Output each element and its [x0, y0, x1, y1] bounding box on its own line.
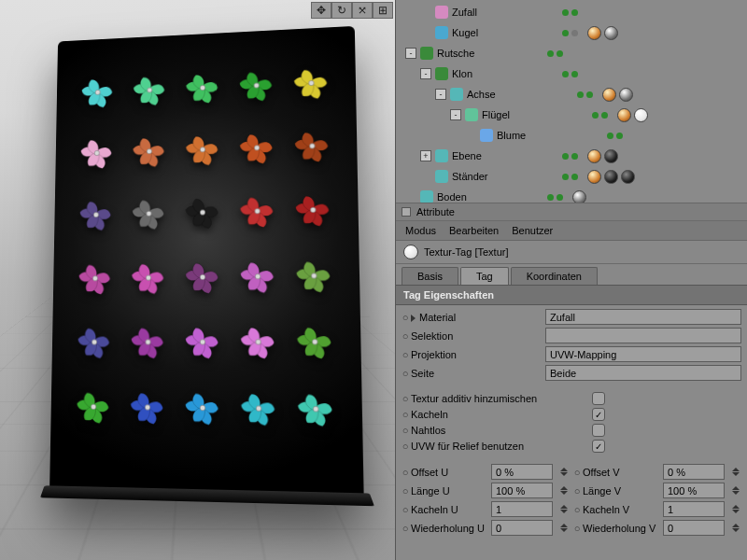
field-projektion[interactable]: UVW-Mapping: [545, 346, 741, 362]
field-seite[interactable]: Beide: [545, 365, 741, 381]
propeller: [123, 247, 174, 308]
tree-row[interactable]: -Flügel: [396, 105, 747, 125]
tree-row[interactable]: Ständer: [396, 166, 747, 187]
chk-nahtlos[interactable]: [592, 424, 605, 437]
svg-point-29: [313, 407, 318, 413]
material-tag-icon[interactable]: [587, 149, 601, 163]
num-wiederholung-v[interactable]: 0: [663, 520, 725, 536]
tree-row[interactable]: Blume: [396, 125, 747, 146]
tree-row[interactable]: -Rutsche: [396, 43, 747, 63]
material-tag-icon[interactable]: [572, 190, 586, 204]
num-kacheln-v[interactable]: 1: [663, 501, 725, 517]
spinner-icon[interactable]: [558, 468, 570, 476]
attribute-title: Attribute: [416, 206, 455, 217]
num-offset-u[interactable]: 0 %: [491, 464, 553, 480]
material-tag-icon[interactable]: [587, 26, 601, 40]
visibility-dots[interactable]: [562, 153, 578, 160]
propeller: [72, 185, 121, 245]
expander-icon[interactable]: -: [435, 89, 446, 100]
object-name[interactable]: Kugel: [452, 27, 555, 38]
material-tag-icon[interactable]: [617, 108, 631, 122]
num-laenge-v[interactable]: 100 %: [663, 483, 725, 498]
object-name[interactable]: Achse: [467, 89, 570, 100]
propeller: [287, 179, 340, 242]
num-kacheln-u[interactable]: 1: [491, 501, 553, 517]
visibility-dots[interactable]: [562, 71, 578, 77]
object-name[interactable]: Zufall: [452, 7, 555, 18]
viewport-rotate-icon[interactable]: ↻: [331, 2, 352, 19]
propeller: [177, 311, 229, 373]
spinner-icon[interactable]: [558, 505, 570, 513]
expander-icon[interactable]: +: [420, 150, 431, 161]
propeller: [177, 182, 228, 243]
spinner-icon[interactable]: [730, 468, 741, 476]
object-name[interactable]: Boden: [437, 191, 540, 203]
num-offset-v[interactable]: 0 %: [663, 464, 725, 480]
tab-koordinaten[interactable]: Koordinaten: [511, 267, 598, 285]
object-manager[interactable]: ZufallKugel-Rutsche-Klon-Achse-FlügelBlu…: [396, 0, 747, 203]
propeller: [177, 57, 227, 118]
viewport-3d[interactable]: ✥ ↻ ⤧ ⊞: [0, 0, 396, 560]
spinner-icon[interactable]: [730, 486, 741, 495]
viewport-layout-icon[interactable]: ⊞: [373, 2, 393, 19]
expander-icon[interactable]: -: [420, 68, 431, 79]
num-wiederholung-u[interactable]: 0: [491, 520, 553, 536]
tree-row[interactable]: Boden: [396, 187, 747, 203]
visibility-dots[interactable]: [607, 133, 623, 139]
expander-icon[interactable]: -: [450, 109, 461, 120]
tree-row[interactable]: -Klon: [396, 63, 747, 84]
propeller: [177, 246, 229, 308]
svg-point-9: [309, 144, 315, 149]
material-tag-icon[interactable]: [602, 88, 616, 102]
visibility-dots[interactable]: [562, 9, 578, 16]
visibility-dots[interactable]: [562, 30, 578, 36]
field-selektion[interactable]: [545, 328, 741, 343]
material-tag-icon[interactable]: [604, 170, 618, 184]
chk-uvw[interactable]: ✓: [592, 440, 605, 453]
visibility-dots[interactable]: [577, 91, 593, 98]
object-icon: [435, 6, 448, 19]
expander-icon[interactable]: -: [405, 48, 416, 59]
propeller: [176, 377, 228, 441]
material-tag-icon[interactable]: [604, 26, 618, 40]
visibility-dots[interactable]: [547, 194, 563, 201]
material-tag-icon[interactable]: [621, 170, 635, 184]
object-name[interactable]: Klon: [452, 68, 555, 79]
object-name[interactable]: Ebene: [452, 150, 555, 161]
tree-row[interactable]: +Ebene: [396, 146, 747, 166]
svg-point-26: [145, 405, 150, 411]
svg-point-3: [254, 82, 259, 88]
object-name[interactable]: Rutsche: [437, 48, 540, 59]
menu-modus[interactable]: Modus: [405, 225, 436, 236]
num-laenge-u[interactable]: 100 %: [491, 483, 553, 498]
object-name[interactable]: Ständer: [452, 171, 555, 182]
tab-tag[interactable]: Tag: [460, 267, 509, 285]
object-name[interactable]: Blume: [497, 130, 599, 141]
object-name[interactable]: Flügel: [482, 109, 585, 120]
material-tag-icon[interactable]: [634, 108, 648, 122]
material-tag-icon[interactable]: [604, 149, 618, 163]
visibility-dots[interactable]: [562, 174, 578, 180]
spinner-icon[interactable]: [558, 524, 570, 532]
viewport-zoom-icon[interactable]: ⤧: [352, 2, 373, 19]
attribute-toggle-icon[interactable]: [402, 207, 411, 217]
menu-bearbeiten[interactable]: Bearbeiten: [449, 225, 499, 236]
chk-kacheln[interactable]: ✓: [592, 408, 605, 421]
tree-row[interactable]: Kugel: [396, 22, 747, 43]
chk-additiv[interactable]: [592, 392, 605, 405]
spinner-icon[interactable]: [730, 505, 741, 513]
viewport-move-icon[interactable]: ✥: [311, 2, 331, 19]
spinner-icon[interactable]: [558, 486, 570, 495]
visibility-dots[interactable]: [547, 50, 563, 57]
material-tag-icon[interactable]: [619, 88, 633, 102]
tree-row[interactable]: -Achse: [396, 84, 747, 105]
field-material[interactable]: Zufall: [545, 309, 741, 325]
svg-point-15: [93, 275, 98, 280]
menu-benutzer[interactable]: Benutzer: [512, 225, 553, 236]
visibility-dots[interactable]: [592, 112, 608, 119]
tree-row[interactable]: Zufall: [396, 2, 747, 22]
attribute-menu: Modus Bearbeiten Benutzer: [396, 221, 747, 241]
tab-basis[interactable]: Basis: [402, 267, 458, 285]
spinner-icon[interactable]: [730, 524, 741, 532]
material-tag-icon[interactable]: [587, 170, 601, 184]
